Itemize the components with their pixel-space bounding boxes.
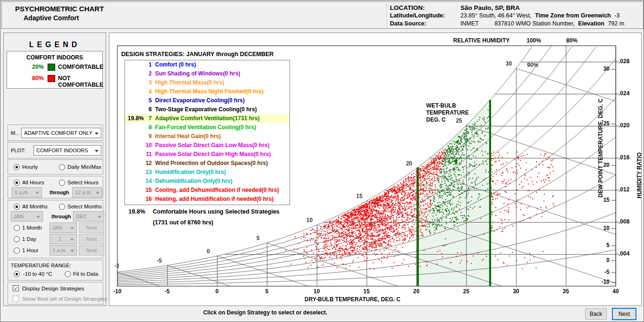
strategy-number: 13 bbox=[144, 168, 152, 177]
best-strategies-checkbox[interactable] bbox=[13, 296, 19, 302]
hourly-radio[interactable] bbox=[14, 164, 20, 170]
app-window: PSYCHROMETRIC CHART Adaptive Comfort LOC… bbox=[0, 0, 644, 322]
next-button[interactable]: Next bbox=[612, 308, 636, 320]
all-hours-radio[interactable] bbox=[14, 180, 20, 186]
next-hour-button[interactable]: Next bbox=[79, 245, 104, 256]
strategy-row-16[interactable]: 16Heating, add Humidification if needed(… bbox=[125, 195, 289, 204]
strategy-label: Dehumidification Only(0 hrs) bbox=[155, 178, 232, 184]
hour-to-dropdown[interactable]: 12 a.m. bbox=[72, 187, 102, 198]
model-dropdown[interactable]: ADAPTIVE COMFORT ONLY bbox=[21, 128, 101, 138]
select-months-radio[interactable] bbox=[59, 204, 65, 210]
strategy-number: 3 bbox=[144, 78, 152, 87]
strategy-number: 9 bbox=[144, 132, 152, 141]
one-month-radio[interactable] bbox=[14, 225, 20, 231]
one-hour-dropdown[interactable]: 1 a.m. bbox=[50, 245, 77, 256]
one-day-value: 1 bbox=[58, 236, 61, 242]
fit-to-data-label: Fit to Data bbox=[73, 271, 98, 277]
strategy-label: Two-Stage Evaporative Cooling(0 hrs) bbox=[155, 106, 257, 113]
strategy-number: 14 bbox=[144, 177, 152, 186]
next-month-button[interactable]: Next bbox=[79, 223, 104, 233]
hourly-group: Hourly Daily Min/Max bbox=[8, 159, 103, 174]
next-day-button[interactable]: Next bbox=[79, 234, 104, 244]
strategy-row-1[interactable]: 1Comfort (0 hrs) bbox=[125, 60, 289, 69]
one-hour-radio[interactable] bbox=[14, 248, 20, 254]
location-value: São Paulo, SP, BRA bbox=[461, 4, 520, 11]
strategy-row-2[interactable]: 2Sun Shading of Windows(0 hrs) bbox=[125, 69, 289, 78]
plot-dropdown[interactable]: COMFORT INDOORS bbox=[33, 145, 101, 156]
strategy-row-7[interactable]: 19.8%7Adaptive Comfort Ventilation(1731 … bbox=[125, 114, 289, 123]
strategy-number: 1 bbox=[144, 60, 152, 69]
display-strategies-checkbox[interactable]: ✓ bbox=[13, 285, 19, 291]
strategy-row-15[interactable]: 15Cooling, add Dehumidfication if needed… bbox=[125, 186, 289, 195]
select-hours-label: Select Hours bbox=[67, 180, 99, 185]
strategy-row-5[interactable]: 5Direct Evaporative Cooling(0 hrs) bbox=[125, 96, 289, 105]
select-hours-radio[interactable] bbox=[59, 180, 65, 186]
strategy-row-13[interactable]: 13Humidification Only(0 hrs) bbox=[125, 168, 289, 177]
comfort-legend-title: COMFORT INDOORS bbox=[7, 54, 102, 61]
strategy-number: 8 bbox=[144, 123, 152, 132]
chevron-down-icon bbox=[70, 227, 74, 230]
comfortable-label: COMFORTABLE bbox=[58, 64, 103, 70]
one-month-value: JAN bbox=[52, 225, 62, 231]
one-hour-label: 1 Hour bbox=[22, 248, 39, 253]
strategy-row-3[interactable]: 3High Thermal Mass(0 hrs) bbox=[125, 78, 289, 87]
strategy-row-8[interactable]: 8Fan-Forced Ventilation Cooling(0 hrs) bbox=[125, 123, 289, 132]
strategy-label: Passive Solar Direct Gain High Mass(0 hr… bbox=[155, 151, 271, 157]
back-button[interactable]: Back bbox=[585, 308, 607, 320]
all-months-radio[interactable] bbox=[14, 204, 20, 210]
comfortable-pct: 20% bbox=[28, 64, 44, 70]
strategy-number: 16 bbox=[144, 195, 152, 204]
display-options-group: ✓ Display Design Strategies Show Best se… bbox=[8, 282, 103, 305]
datasource-label: Data Source: bbox=[390, 20, 459, 28]
one-day-label: 1 Day bbox=[22, 236, 36, 242]
latlong-value: 23.85° South, 46.64° West, bbox=[460, 12, 531, 19]
model-group: M... ADAPTIVE COMFORT ONLY bbox=[8, 124, 103, 141]
temp-fixed-label: -10 to 40 °C bbox=[23, 271, 52, 277]
temp-fixed-radio[interactable] bbox=[14, 271, 20, 277]
strategy-label: Sun Shading of Windows(0 hrs) bbox=[155, 70, 240, 77]
best-strategies-label: Show Best set of Design Strategies bbox=[22, 296, 107, 302]
one-month-dropdown[interactable]: JAN bbox=[50, 223, 77, 233]
one-day-radio[interactable] bbox=[14, 236, 20, 242]
strategy-number: 11 bbox=[144, 150, 152, 159]
strategy-number: 15 bbox=[144, 186, 152, 195]
strategy-label: Direct Evaporative Cooling(0 hrs) bbox=[155, 97, 245, 104]
through-label: through bbox=[50, 190, 69, 195]
strategy-row-14[interactable]: 14Dehumidification Only(0 hrs) bbox=[125, 177, 289, 186]
timezone-value: -3 bbox=[614, 12, 619, 19]
hour-from-dropdown[interactable]: 1 a.m. bbox=[12, 187, 42, 198]
summary-line1: Comfortable Hours using Selected Strateg… bbox=[153, 208, 280, 215]
strategy-row-11[interactable]: 11Passive Solar Direct Gain High Mass(0 … bbox=[125, 150, 289, 159]
latlong-label: Latitude/Longitude: bbox=[390, 12, 459, 20]
model-label: M... bbox=[11, 130, 21, 136]
legend-row-not-comfortable: 80% NOT COMFORTABLE bbox=[7, 75, 102, 83]
fit-to-data-radio[interactable] bbox=[65, 271, 71, 277]
design-strategies-list: 1Comfort (0 hrs)2Sun Shading of Windows(… bbox=[124, 60, 290, 205]
strategy-number: 10 bbox=[144, 141, 152, 150]
strategy-row-12[interactable]: 12Wind Protection of Outdoor Spaces(0 hr… bbox=[125, 159, 289, 168]
chevron-down-icon bbox=[36, 216, 40, 218]
plot-label: PLOT: bbox=[11, 148, 25, 153]
strategy-row-9[interactable]: 9Internal Heat Gain(0 hrs) bbox=[125, 132, 289, 141]
through-label: through bbox=[51, 214, 71, 219]
strategy-label: High Thermal Mass Night Flushed(0 hrs) bbox=[155, 88, 264, 95]
month-from-dropdown[interactable]: JAN bbox=[11, 211, 43, 222]
chevron-down-icon bbox=[95, 150, 99, 152]
daily-minmax-radio[interactable] bbox=[59, 164, 65, 170]
temp-range-group: TEMPERATURE RANGE: -10 to 40 °C Fit to D… bbox=[8, 260, 103, 281]
plot-group: PLOT: COMFORT INDOORS bbox=[8, 142, 103, 158]
strategy-label: Passive Solar Direct Gain Low Mass(0 hrs… bbox=[155, 142, 270, 149]
strategy-number: 5 bbox=[144, 96, 152, 105]
strategy-row-6[interactable]: 6Two-Stage Evaporative Cooling(0 hrs) bbox=[125, 105, 289, 114]
month-to-dropdown[interactable]: DEC bbox=[73, 211, 104, 222]
strategy-number: 6 bbox=[144, 105, 152, 114]
strategy-row-10[interactable]: 10Passive Solar Direct Gain Low Mass(0 h… bbox=[125, 141, 289, 150]
legend-row-comfortable: 20% COMFORTABLE bbox=[7, 64, 102, 72]
location-label: LOCATION: bbox=[390, 4, 459, 12]
hour-to-value: 12 a.m. bbox=[75, 190, 92, 195]
header: PSYCHROMETRIC CHART Adaptive Comfort LOC… bbox=[1, 1, 644, 29]
strategy-row-4[interactable]: 4High Thermal Mass Night Flushed(0 hrs) bbox=[125, 87, 289, 96]
comfort-legend-box: COMFORT INDOORS 20% COMFORTABLE 80% NOT … bbox=[7, 51, 103, 89]
one-day-dropdown[interactable]: 1 bbox=[50, 234, 77, 244]
all-months-label: All Months bbox=[22, 204, 48, 209]
